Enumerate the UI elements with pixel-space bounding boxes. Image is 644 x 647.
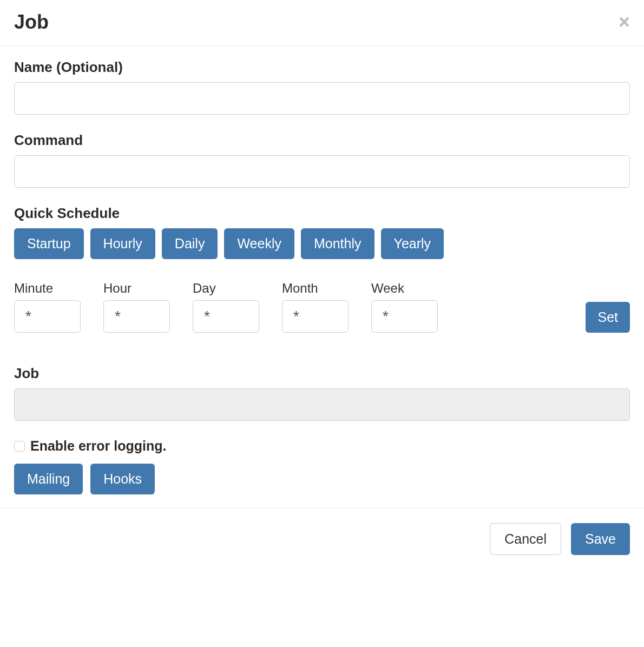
extra-buttons: Mailing Hooks [14,464,630,494]
set-button[interactable]: Set [586,302,630,333]
error-logging-row: Enable error logging. [14,438,630,454]
monthly-button[interactable]: Monthly [301,228,374,259]
command-label: Command [14,132,630,149]
week-input[interactable] [371,300,438,333]
hour-label: Hour [103,281,170,296]
modal-footer: Cancel Save [0,507,644,555]
name-label: Name (Optional) [14,59,630,76]
quick-schedule-label: Quick Schedule [14,205,630,222]
job-input [14,388,630,421]
hour-col: Hour [103,281,170,333]
modal-title: Job [14,11,49,34]
name-group: Name (Optional) [14,59,630,115]
cancel-button[interactable]: Cancel [490,523,561,555]
week-col: Week [371,281,438,333]
save-button[interactable]: Save [571,523,630,555]
day-col: Day [193,281,259,333]
modal-body: Name (Optional) Command Quick Schedule S… [0,46,644,494]
day-input[interactable] [193,300,259,333]
startup-button[interactable]: Startup [14,228,84,259]
month-input[interactable] [282,300,349,333]
error-logging-label: Enable error logging. [30,438,166,454]
error-logging-checkbox[interactable] [14,441,25,452]
modal-header: Job × [0,0,644,46]
quick-schedule-group: Quick Schedule Startup Hourly Daily Week… [14,205,630,259]
yearly-button[interactable]: Yearly [381,228,444,259]
daily-button[interactable]: Daily [162,228,218,259]
command-group: Command [14,132,630,188]
close-icon[interactable]: × [619,12,630,32]
week-label: Week [371,281,438,296]
job-group: Job [14,365,630,421]
name-input[interactable] [14,82,630,115]
hour-input[interactable] [103,300,170,333]
job-modal: Job × Name (Optional) Command Quick Sche… [0,0,644,555]
job-label: Job [14,365,630,382]
mailing-button[interactable]: Mailing [14,464,83,494]
minute-label: Minute [14,281,81,296]
month-col: Month [282,281,349,333]
set-col: Set [586,302,630,333]
day-label: Day [193,281,259,296]
month-label: Month [282,281,349,296]
command-input[interactable] [14,155,630,188]
minute-input[interactable] [14,300,81,333]
hourly-button[interactable]: Hourly [90,228,155,259]
hooks-button[interactable]: Hooks [90,464,155,494]
schedule-fields: Minute Hour Day Month Week Set [14,281,630,333]
quick-schedule-buttons: Startup Hourly Daily Weekly Monthly Year… [14,228,630,259]
minute-col: Minute [14,281,81,333]
weekly-button[interactable]: Weekly [224,228,294,259]
